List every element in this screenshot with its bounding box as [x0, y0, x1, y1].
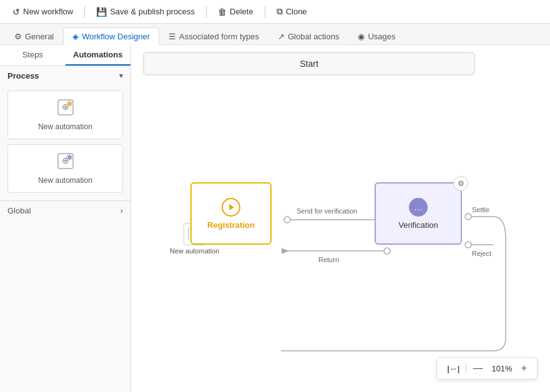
tab-general[interactable]: ⚙ General [5, 27, 63, 45]
sidebar-tab-automations[interactable]: Automations [66, 45, 131, 66]
main-layout: Steps Automations Process ▾ ⊕ ⚙ [0, 45, 550, 392]
usages-tab-icon: ◉ [358, 32, 365, 41]
verification-label: Verification [398, 220, 438, 230]
automation-card-icon-2: ⊕ ⚙ [13, 152, 117, 174]
zoom-level-display: 101% [488, 364, 516, 373]
tab-usages[interactable]: ◉ Usages [348, 27, 405, 45]
automation-card-icon-1: ⊕ ⚙ [13, 99, 117, 120]
tab-bar: ⚙ General ◈ Workflow Designer ☰ Associat… [0, 24, 550, 45]
general-tab-icon: ⚙ [14, 32, 22, 41]
separator-3 [265, 6, 265, 18]
chevron-down-icon: ▾ [119, 72, 123, 80]
svg-point-22 [465, 242, 471, 248]
sidebar-cards: ⊕ ⚙ New automation ⊕ ⚙ New automati [0, 86, 130, 198]
new-workflow-icon: ↺ [12, 7, 20, 17]
svg-text:Reject: Reject [472, 250, 491, 257]
chat-icon: … [409, 198, 428, 217]
svg-rect-8 [144, 52, 474, 75]
associated-form-types-tab-icon: ☰ [169, 32, 176, 41]
svg-text:Send for verification: Send for verification [297, 207, 357, 215]
tab-workflow-designer[interactable]: ◈ Workflow Designer [63, 27, 159, 45]
delete-icon: 🗑 [218, 7, 227, 17]
chevron-right-icon: › [120, 206, 123, 215]
clone-icon: ⧉ [277, 6, 283, 17]
gear-icon: ⚙ [453, 176, 468, 191]
node-registration[interactable]: Registration [190, 182, 272, 245]
delete-button[interactable]: 🗑 Delete [212, 4, 260, 19]
registration-label: Registration [207, 220, 255, 230]
clone-button[interactable]: ⧉ Clone [270, 4, 313, 19]
tab-associated-form-types[interactable]: ☰ Associated form types [159, 27, 268, 45]
workflow-designer-tab-icon: ◈ [72, 32, 79, 41]
save-publish-button[interactable]: 💾 Save & publish process [90, 4, 201, 19]
zoom-control: |↔| — 101% + [436, 357, 538, 380]
sidebar: Steps Automations Process ▾ ⊕ ⚙ [0, 45, 131, 392]
zoom-separator [466, 363, 466, 373]
sidebar-process-section[interactable]: Process ▾ [0, 66, 130, 86]
svg-text:⚙: ⚙ [67, 101, 71, 107]
tab-global-actions[interactable]: ↗ Global actions [268, 27, 348, 45]
svg-text:Start: Start [300, 59, 318, 69]
sidebar-tabs: Steps Automations [0, 45, 130, 66]
svg-text:Settle: Settle [472, 206, 489, 213]
play-icon [222, 198, 240, 217]
sidebar-global-section[interactable]: Global › [0, 200, 130, 220]
top-toolbar: ↺ New workflow 💾 Save & publish process … [0, 0, 550, 24]
zoom-fit-button[interactable]: |↔| [443, 363, 463, 375]
new-automation-card-2[interactable]: ⊕ ⚙ New automation [7, 144, 123, 193]
new-automation-card-1[interactable]: ⊕ ⚙ New automation [7, 91, 123, 139]
new-workflow-button[interactable]: ↺ New workflow [6, 4, 79, 19]
svg-text:Return: Return [318, 256, 339, 263]
zoom-plus-button[interactable]: + [518, 361, 531, 375]
separator-1 [84, 6, 85, 18]
svg-point-15 [384, 248, 390, 254]
global-actions-tab-icon: ↗ [278, 32, 285, 41]
canvas-content: Start Send for verification Return Settl… [131, 45, 550, 392]
node-verification[interactable]: ⚙ … Verification [375, 182, 462, 245]
sidebar-tab-steps[interactable]: Steps [0, 45, 66, 66]
zoom-minus-button[interactable]: — [469, 361, 486, 375]
svg-point-21 [465, 213, 471, 220]
svg-point-16 [284, 217, 290, 223]
svg-marker-25 [229, 204, 234, 210]
separator-2 [206, 6, 207, 18]
svg-text:⚙: ⚙ [67, 155, 71, 160]
canvas: Start Send for verification Return Settl… [131, 45, 550, 392]
save-icon: 💾 [96, 7, 107, 17]
